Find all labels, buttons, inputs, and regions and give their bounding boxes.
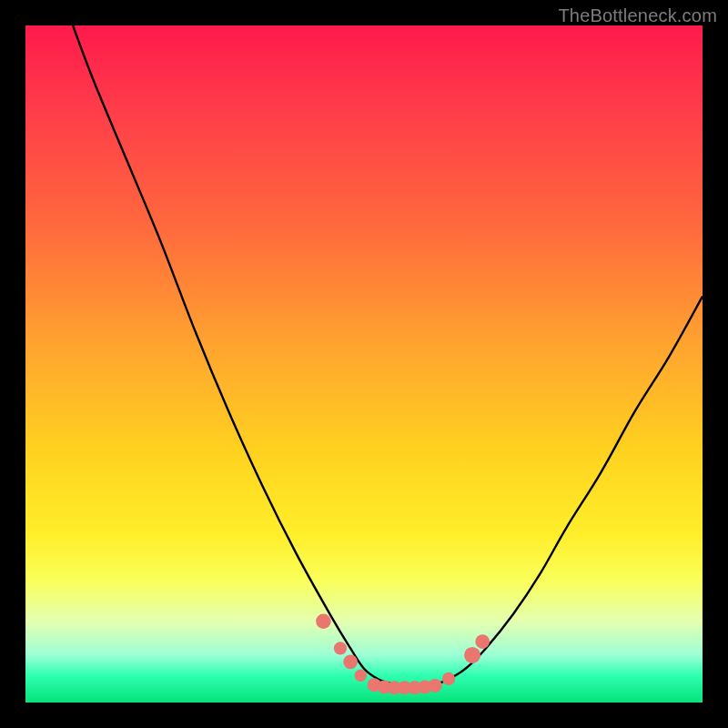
chart-svg: [25, 25, 703, 703]
chart-frame: TheBottleneck.com: [0, 0, 728, 728]
watermark-text: TheBottleneck.com: [558, 5, 717, 26]
curve-marker: [343, 654, 358, 669]
curve-group: [73, 25, 703, 688]
marker-group: [316, 613, 490, 694]
plot-area: [25, 25, 703, 703]
curve-marker: [355, 669, 368, 682]
curve-marker: [464, 647, 480, 663]
curve-marker: [316, 613, 331, 629]
curve-marker: [334, 642, 347, 654]
curve-marker: [429, 679, 442, 693]
curve-marker: [442, 672, 455, 685]
left-curve: [73, 25, 418, 688]
curve-marker: [475, 634, 490, 649]
right-curve: [419, 297, 703, 688]
